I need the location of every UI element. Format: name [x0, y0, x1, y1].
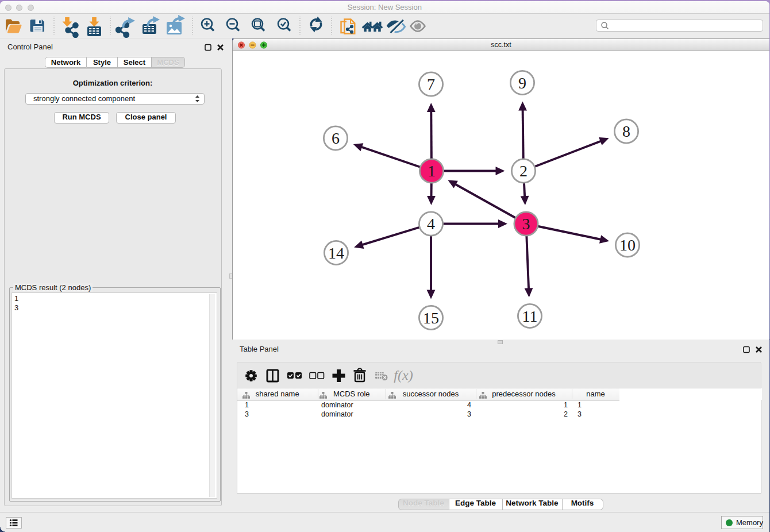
svg-text:10: 10: [619, 236, 636, 254]
svg-text:8: 8: [622, 122, 630, 140]
svg-text:14: 14: [328, 244, 344, 262]
svg-text:7: 7: [427, 75, 435, 93]
svg-text:3: 3: [522, 215, 530, 233]
svg-text:1: 1: [428, 162, 436, 180]
svg-text:2: 2: [519, 162, 528, 180]
svg-text:f(x): f(x): [394, 368, 413, 383]
svg-text:9: 9: [518, 74, 526, 92]
svg-text:11: 11: [522, 307, 538, 325]
svg-text:15: 15: [423, 309, 439, 327]
svg-text:4: 4: [427, 215, 435, 233]
svg-text:6: 6: [332, 129, 340, 147]
